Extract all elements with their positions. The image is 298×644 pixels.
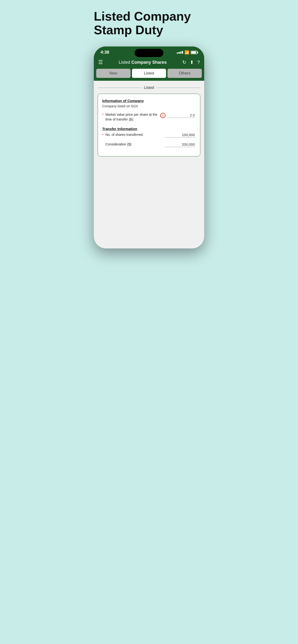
shares-transferred-field: * No. of shares transferred: xyxy=(102,132,196,138)
app-header: ☰ Listed Company Shares ↻ ⬆ ? xyxy=(94,57,204,69)
page-wrapper: Listed Company Stamp Duty 4:38 📶 xyxy=(91,10,207,248)
wifi-icon: 📶 xyxy=(185,50,189,54)
shares-transferred-input[interactable] xyxy=(165,132,196,138)
company-subtitle: Company listed on SGX xyxy=(102,104,196,108)
battery-icon xyxy=(191,51,198,54)
required-star-market: * xyxy=(102,113,103,117)
header-actions: ↻ ⬆ ? xyxy=(182,60,200,65)
market-value-label: Market value price per share at the time… xyxy=(105,112,158,122)
tab-listed[interactable]: Listed xyxy=(132,69,166,78)
consideration-input[interactable] xyxy=(165,142,196,147)
help-icon[interactable]: ? xyxy=(197,60,200,65)
section-divider: Listed xyxy=(98,86,200,90)
section-label: Listed xyxy=(144,86,154,90)
market-value-field: * Market value price per share at the ti… xyxy=(102,112,196,122)
tab-bar: New Listed Others xyxy=(94,69,204,81)
divider-right xyxy=(157,88,200,88)
tab-new[interactable]: New xyxy=(96,69,130,78)
status-time: 4:38 xyxy=(100,50,109,55)
page-title: Listed Company Stamp Duty xyxy=(94,10,191,37)
form-card: Information of Company Company listed on… xyxy=(98,94,200,156)
tab-others[interactable]: Others xyxy=(168,69,202,78)
content-area: Listed Information of Company Company li… xyxy=(94,81,204,248)
shares-transferred-label: No. of shares transferred: xyxy=(105,132,163,137)
phone-frame: 4:38 📶 ☰ Listed Company Shares xyxy=(94,46,204,248)
signal-dots-icon xyxy=(177,51,183,54)
transfer-section: Transfer Information * No. of shares tra… xyxy=(102,127,196,147)
refresh-icon[interactable]: ↻ xyxy=(182,60,186,65)
required-star-shares: * xyxy=(102,133,103,137)
menu-icon[interactable]: ☰ xyxy=(98,59,103,66)
status-bar: 4:38 📶 xyxy=(94,46,204,57)
divider-left xyxy=(98,88,141,88)
share-icon[interactable]: ⬆ xyxy=(190,60,194,65)
info-section-title: Information of Company xyxy=(102,99,196,103)
market-value-input[interactable] xyxy=(167,112,196,118)
market-value-right: i xyxy=(160,112,196,118)
consideration-field: * Consideration ($): xyxy=(102,142,196,147)
dynamic-island xyxy=(135,49,163,57)
consideration-label: Consideration ($): xyxy=(105,142,163,147)
info-icon-market[interactable]: i xyxy=(160,113,166,118)
header-title: Listed Company Shares xyxy=(118,60,167,65)
status-icons: 📶 xyxy=(177,50,198,54)
transfer-section-title: Transfer Information xyxy=(102,127,196,131)
